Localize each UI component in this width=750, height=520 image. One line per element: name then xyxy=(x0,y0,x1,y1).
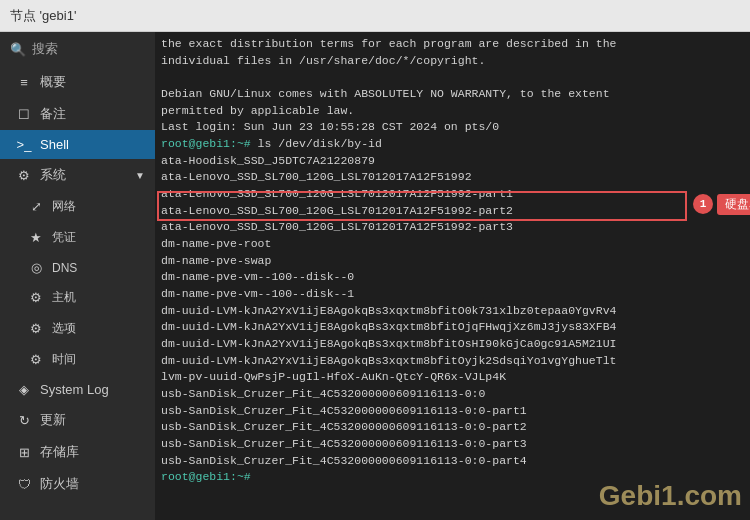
sidebar-item-system[interactable]: ⚙ 系统 ▼ xyxy=(0,159,155,191)
sidebar-item-network[interactable]: ⤢ 网络 xyxy=(0,191,155,222)
title-text: 节点 'gebi1' xyxy=(10,7,76,25)
terminal-line: usb-SanDisk_Cruzer_Fit_4C532000000609116… xyxy=(161,403,744,420)
title-bar: 节点 'gebi1' xyxy=(0,0,750,32)
sidebar-item-label: DNS xyxy=(52,261,77,275)
sidebar-item-update[interactable]: ↻ 更新 xyxy=(0,404,155,436)
terminal-line: usb-SanDisk_Cruzer_Fit_4C532000000609116… xyxy=(161,436,744,453)
sidebar-item-label: 时间 xyxy=(52,351,76,368)
terminal-line: usb-SanDisk_Cruzer_Fit_4C532000000609116… xyxy=(161,453,744,470)
annotation-number: 1 xyxy=(693,194,713,214)
sidebar-item-label: 备注 xyxy=(40,105,66,123)
sidebar-item-label: Shell xyxy=(40,137,69,152)
sidebar-item-label: 凭证 xyxy=(52,229,76,246)
terminal-line: root@gebi1:~# xyxy=(161,469,744,486)
sidebar-search[interactable]: 🔍 搜索 xyxy=(0,32,155,66)
expand-icon: ▼ xyxy=(135,170,145,181)
terminal-line: ata-Lenovo_SSD_SL700_120G_LSL7012017A12F… xyxy=(161,169,744,186)
sidebar-item-firewall[interactable]: 🛡 防火墙 xyxy=(0,468,155,500)
sidebar-item-label: System Log xyxy=(40,382,109,397)
terminal-line: dm-uuid-LVM-kJnA2YxV1ijE8AgokqBs3xqxtm8b… xyxy=(161,319,744,336)
terminal-line: Debian GNU/Linux comes with ABSOLUTELY N… xyxy=(161,86,744,103)
shell-icon: >_ xyxy=(16,137,32,152)
terminal-line: root@gebi1:~# ls /dev/disk/by-id xyxy=(161,136,744,153)
terminal-line: ata-Lenovo_SSD_SL700_120G_LSL7012017A12F… xyxy=(161,219,744,236)
update-icon: ↻ xyxy=(16,413,32,428)
terminal-line: dm-name-pve-vm--100--disk--1 xyxy=(161,286,744,303)
terminal-line: ata-Hoodisk_SSD_J5DTC7A21220879 xyxy=(161,153,744,170)
terminal-output: the exact distribution terms for each pr… xyxy=(161,36,744,486)
time-icon: ⚙ xyxy=(28,352,44,367)
dns-icon: ◎ xyxy=(28,260,44,275)
host-icon: ⚙ xyxy=(28,290,44,305)
notes-icon: ☐ xyxy=(16,107,32,122)
main-layout: 🔍 搜索 ≡ 概要 ☐ 备注 >_ Shell ⚙ 系统 ▼ ⤢ 网络 ★ 凭证 xyxy=(0,32,750,520)
sidebar-item-time[interactable]: ⚙ 时间 xyxy=(0,344,155,375)
search-label: 搜索 xyxy=(32,40,58,58)
terminal-line: lvm-pv-uuid-QwPsjP-ugIl-HfoX-AuKn-QtcY-Q… xyxy=(161,369,744,386)
terminal-line: dm-uuid-LVM-kJnA2YxV1ijE8AgokqBs3xqxtm8b… xyxy=(161,353,744,370)
sidebar-item-shell[interactable]: >_ Shell xyxy=(0,130,155,159)
sidebar-item-label: 系统 xyxy=(40,166,66,184)
sidebar: 🔍 搜索 ≡ 概要 ☐ 备注 >_ Shell ⚙ 系统 ▼ ⤢ 网络 ★ 凭证 xyxy=(0,32,155,520)
terminal-line: dm-name-pve-root xyxy=(161,236,744,253)
sidebar-item-label: 主机 xyxy=(52,289,76,306)
sidebar-item-label: 防火墙 xyxy=(40,475,79,493)
terminal-line: Last login: Sun Jun 23 10:55:28 CST 2024… xyxy=(161,119,744,136)
sidebar-item-label: 更新 xyxy=(40,411,66,429)
sidebar-item-host[interactable]: ⚙ 主机 xyxy=(0,282,155,313)
sidebar-item-overview[interactable]: ≡ 概要 xyxy=(0,66,155,98)
terminal-line: the exact distribution terms for each pr… xyxy=(161,36,744,53)
storage-icon: ⊞ xyxy=(16,445,32,460)
terminal-line: dm-name-pve-vm--100--disk--0 xyxy=(161,269,744,286)
terminal-area[interactable]: the exact distribution terms for each pr… xyxy=(155,32,750,520)
sidebar-item-label: 概要 xyxy=(40,73,66,91)
terminal-line: dm-uuid-LVM-kJnA2YxV1ijE8AgokqBs3xqxtm8b… xyxy=(161,303,744,320)
search-icon: 🔍 xyxy=(10,42,26,57)
syslog-icon: ◈ xyxy=(16,382,32,397)
terminal-line: dm-name-pve-swap xyxy=(161,253,744,270)
sidebar-item-certs[interactable]: ★ 凭证 xyxy=(0,222,155,253)
sidebar-item-dns[interactable]: ◎ DNS xyxy=(0,253,155,282)
system-icon: ⚙ xyxy=(16,168,32,183)
sidebar-item-storage[interactable]: ⊞ 存储库 xyxy=(0,436,155,468)
certs-icon: ★ xyxy=(28,230,44,245)
terminal-line: ata-Lenovo_SSD_SL700_120G_LSL7012017A12F… xyxy=(161,203,744,220)
annotation-disk-label: 硬盘名称 xyxy=(717,194,750,215)
terminal-line: permitted by applicable law. xyxy=(161,103,744,120)
options-icon: ⚙ xyxy=(28,321,44,336)
terminal-line: usb-SanDisk_Cruzer_Fit_4C532000000609116… xyxy=(161,419,744,436)
sidebar-item-label: 选项 xyxy=(52,320,76,337)
sidebar-item-label: 网络 xyxy=(52,198,76,215)
sidebar-item-notes[interactable]: ☐ 备注 xyxy=(0,98,155,130)
firewall-icon: 🛡 xyxy=(16,477,32,492)
sidebar-item-syslog[interactable]: ◈ System Log xyxy=(0,375,155,404)
overview-icon: ≡ xyxy=(16,75,32,90)
network-icon: ⤢ xyxy=(28,199,44,214)
terminal-line: individual files in /usr/share/doc/*/cop… xyxy=(161,53,744,70)
sidebar-item-options[interactable]: ⚙ 选项 xyxy=(0,313,155,344)
terminal-line: usb-SanDisk_Cruzer_Fit_4C532000000609116… xyxy=(161,386,744,403)
sidebar-item-label: 存储库 xyxy=(40,443,79,461)
terminal-line: ata-Lenovo_SSD_SL700_120G_LSL7012017A12F… xyxy=(161,186,744,203)
terminal-line xyxy=(161,69,744,86)
terminal-line: dm-uuid-LVM-kJnA2YxV1ijE8AgokqBs3xqxtm8b… xyxy=(161,336,744,353)
